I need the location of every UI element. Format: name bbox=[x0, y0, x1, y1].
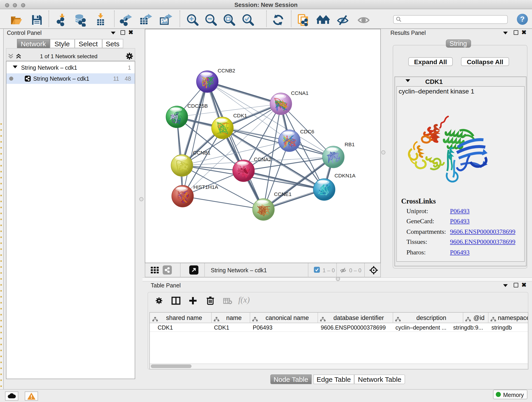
svg-text:CCNB1: CCNB1 bbox=[193, 150, 210, 155]
svg-text:CCNE1: CCNE1 bbox=[274, 191, 292, 197]
svg-text:CDK1: CDK1 bbox=[233, 113, 247, 118]
svg-text:CCNA1: CCNA1 bbox=[291, 90, 309, 96]
svg-text:CCNA2: CCNA2 bbox=[254, 156, 272, 162]
svg-text:CDKN1A: CDKN1A bbox=[335, 172, 356, 178]
svg-text:CDC6: CDC6 bbox=[300, 128, 314, 134]
svg-text:HIST1H1A: HIST1H1A bbox=[193, 184, 218, 190]
svg-text:RB1: RB1 bbox=[345, 141, 355, 147]
svg-text:CDC25B: CDC25B bbox=[187, 103, 208, 109]
svg-text:CCNB2: CCNB2 bbox=[218, 68, 235, 73]
